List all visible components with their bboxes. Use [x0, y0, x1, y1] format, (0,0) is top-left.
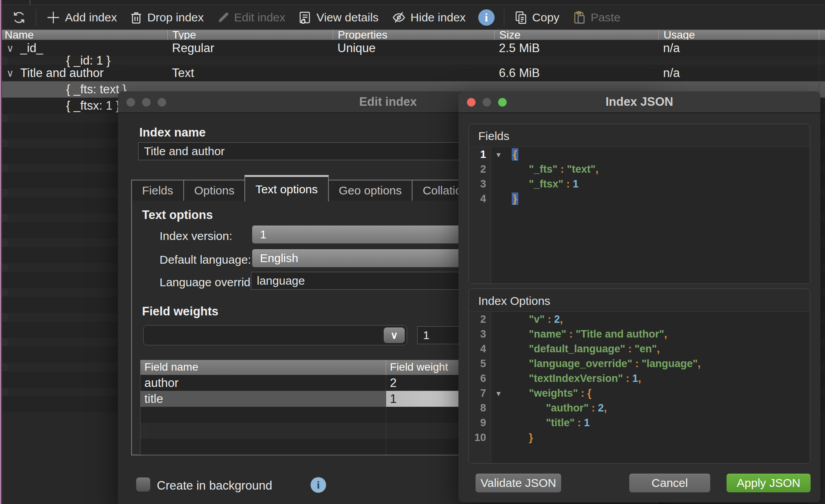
toolbar-separator	[36, 9, 36, 26]
copy-label: Copy	[532, 11, 560, 24]
cancel-button[interactable]: Cancel	[629, 474, 710, 492]
line-number: 8	[469, 402, 491, 414]
paste-icon	[572, 10, 587, 25]
index-name-text: Title and author	[20, 66, 104, 80]
edit-index-button[interactable]: Edit index	[210, 7, 292, 28]
language-override-label: Language override:	[160, 276, 260, 289]
field-name-cell	[140, 439, 386, 455]
info-icon: i	[478, 9, 495, 26]
code-line: 4"default_language" : "en",	[469, 341, 810, 356]
table-row[interactable]: ∨Title and authorText6.6 MiBn/a	[0, 65, 825, 81]
code-line: 10}	[469, 430, 810, 445]
apply-json-button[interactable]: Apply JSON	[727, 474, 811, 492]
close-icon[interactable]	[126, 98, 135, 107]
line-number: 10	[469, 432, 491, 444]
index-options-json-editor[interactable]: 2"v" : 2,3"name" : "Title and author",4"…	[469, 312, 810, 463]
view-details-button[interactable]: View details	[291, 7, 385, 28]
properties-cell: Unique	[333, 41, 494, 55]
code-text: "author" : 2,	[506, 402, 810, 414]
code-text: "default_language" : "en",	[506, 343, 810, 355]
close-icon[interactable]	[467, 98, 476, 107]
size-cell: 6.6 MiB	[494, 66, 658, 80]
line-number: 4	[469, 343, 491, 355]
type-cell: Regular	[167, 41, 333, 55]
code-line: 9"title" : 1	[469, 415, 810, 430]
field-weights-heading: Field weights	[142, 304, 218, 318]
add-index-label: Add index	[65, 11, 117, 24]
hide-index-label: Hide index	[411, 11, 466, 24]
default-language-label: Default language:	[160, 253, 251, 266]
field-weight-cell	[386, 423, 390, 439]
line-number: 4	[469, 193, 491, 205]
dialog-title: Index JSON	[606, 95, 673, 109]
copy-icon	[514, 10, 528, 25]
hide-index-button[interactable]: Hide index	[385, 7, 472, 28]
column-header-type[interactable]: Type	[167, 30, 333, 40]
tab-geo-options[interactable]: Geo options	[328, 180, 413, 201]
tab-fields[interactable]: Fields	[131, 180, 184, 201]
minimize-icon[interactable]	[142, 98, 151, 107]
index-name-text: { _ftsx: 1 }	[20, 99, 120, 113]
index-info-button[interactable]: i	[472, 7, 501, 28]
line-number: 9	[469, 417, 491, 429]
index-name-label: Index name	[139, 126, 206, 140]
indexes-table-header: Name Type Properties Size Usage	[0, 30, 825, 40]
code-text: }	[506, 193, 810, 205]
field-weight-row[interactable]	[140, 423, 149, 439]
create-in-background-checkbox[interactable]	[136, 478, 150, 492]
tab-options[interactable]: Options	[183, 180, 245, 201]
column-header-name[interactable]: Name	[0, 30, 167, 40]
code-text: "name" : "Title and author",	[506, 328, 810, 340]
index-json-dialog: Index JSON Fields 1▾{2"_fts" : "text",3"…	[458, 91, 820, 502]
add-index-button[interactable]: Add index	[39, 7, 123, 28]
validate-json-button[interactable]: Validate JSON	[476, 474, 561, 492]
fields-panel: Fields 1▾{2"_fts" : "text",3"_ftsx" : 14…	[469, 124, 810, 284]
text-options-heading: Text options	[142, 208, 213, 222]
column-header-properties[interactable]: Properties	[333, 30, 494, 40]
usage-cell: n/a	[658, 66, 819, 80]
copy-button[interactable]: Copy	[507, 7, 566, 28]
code-line: 7▾"weights" : {	[469, 386, 810, 401]
code-text: "title" : 1	[506, 417, 810, 429]
window-left-edge	[0, 0, 2, 504]
field-name-combobox[interactable]: ∨	[143, 325, 407, 345]
field-name-cell: title	[140, 391, 386, 407]
index-name-text: { _fts: text }	[20, 82, 126, 96]
index-name-text: { _id: 1 }	[20, 54, 111, 68]
fields-json-editor[interactable]: 1▾{2"_fts" : "text",3"_ftsx" : 14}	[469, 147, 810, 284]
column-header-usage[interactable]: Usage	[658, 30, 819, 40]
column-header-spacer	[819, 30, 825, 40]
fold-toggle-icon[interactable]: ▾	[491, 389, 506, 398]
fold-toggle-icon[interactable]: ▾	[491, 150, 506, 159]
line-number: 1	[469, 149, 491, 161]
view-details-label: View details	[316, 11, 379, 24]
tab-text-options[interactable]: Text options	[244, 175, 328, 201]
dialog-title: Edit index	[359, 95, 417, 109]
chevron-down-icon[interactable]: ∨	[0, 42, 20, 54]
trash-icon	[129, 10, 143, 25]
line-number: 3	[469, 328, 491, 340]
minimize-icon[interactable]	[483, 98, 491, 107]
paste-label: Paste	[591, 11, 621, 24]
fields-label: Fields	[469, 124, 810, 147]
create-in-background-info-icon[interactable]: i	[311, 477, 326, 493]
index-options-panel: Index Options 2"v" : 2,3"name" : "Title …	[469, 289, 810, 464]
drop-index-button[interactable]: Drop index	[123, 7, 210, 28]
edit-dialog-tabs: FieldsOptionsText optionsGeo optionsColl…	[131, 175, 478, 201]
refresh-button[interactable]	[5, 7, 33, 28]
code-text: "textIndexVersion" : 1,	[506, 373, 810, 385]
code-line: 5"language_override" : "language",	[469, 356, 810, 371]
json-dialog-titlebar[interactable]: Index JSON	[458, 91, 820, 113]
zoom-icon[interactable]	[498, 98, 507, 107]
size-cell: 2.5 MiB	[494, 41, 658, 55]
paste-button[interactable]: Paste	[566, 7, 627, 28]
chevron-down-icon[interactable]: ∨	[384, 327, 405, 343]
index-toolbar: Add index Drop index Edit index	[0, 5, 825, 30]
zoom-icon[interactable]	[158, 98, 166, 107]
window-top-strip	[0, 0, 825, 5]
column-header-size[interactable]: Size	[494, 30, 658, 40]
refresh-icon	[12, 10, 26, 25]
column-header-field-name[interactable]: Field name	[140, 360, 386, 375]
chevron-down-icon[interactable]: ∨	[0, 67, 20, 79]
line-number: 7	[469, 387, 491, 399]
